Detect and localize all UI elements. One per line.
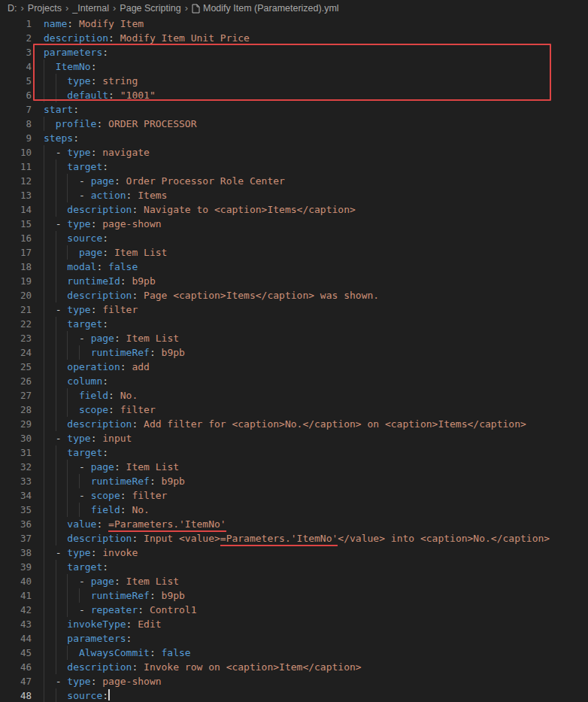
code-line[interactable]: 5type: string [0, 74, 588, 88]
code-line[interactable]: 23- page: Item List [0, 331, 588, 345]
line-number: 27 [0, 388, 32, 403]
code-line[interactable]: 48source: [0, 688, 588, 702]
code-text: description: Modify Item Unit Price [44, 31, 250, 45]
line-number: 12 [0, 174, 32, 188]
code-line[interactable]: 18modal: false [0, 260, 588, 274]
code-line[interactable]: 29description: Add filter for <caption>N… [0, 417, 588, 431]
line-number: 20 [0, 288, 32, 302]
code-line[interactable]: 1name: Modify Item [0, 17, 588, 31]
code-text: parameters: [44, 631, 132, 646]
code-line[interactable]: 33runtimeRef: b9pb [0, 474, 588, 488]
code-line[interactable]: 11target: [0, 160, 588, 174]
code-line[interactable]: 2description: Modify Item Unit Price [0, 31, 588, 45]
code-line[interactable]: 12- page: Order Processor Role Center [0, 174, 588, 188]
code-text: - type: page-shown [44, 674, 162, 688]
code-line[interactable]: 26column: [0, 374, 588, 388]
code-line[interactable]: 41runtimeRef: b9pb [0, 588, 588, 603]
line-number: 32 [0, 460, 32, 474]
line-number: 19 [0, 274, 32, 288]
code-line[interactable]: 16source: [0, 231, 588, 245]
code-line[interactable]: 38- type: invoke [0, 545, 588, 560]
code-area[interactable]: 1name: Modify Item2description: Modify I… [0, 17, 588, 702]
code-line[interactable]: 28scope: filter [0, 403, 588, 417]
code-text: runtimeRef: b9pb [44, 474, 185, 488]
line-number: 23 [0, 331, 32, 345]
code-text: profile: ORDER PROCESSOR [44, 117, 197, 131]
code-text: operation: add [44, 360, 150, 374]
code-line[interactable]: 20description: Page <caption>Items</capt… [0, 288, 588, 302]
code-line[interactable]: 34- scope: filter [0, 488, 588, 503]
line-number: 16 [0, 231, 32, 245]
code-line[interactable]: 22target: [0, 317, 588, 331]
chevron-right-icon: › [113, 2, 116, 14]
line-number: 14 [0, 202, 32, 217]
editor-window: D:›Projects›_Internal›Page Scripting› Mo… [0, 0, 588, 702]
breadcrumb-item[interactable]: D: [8, 3, 17, 14]
code-text: target: [44, 445, 108, 460]
code-text: invokeType: Edit [44, 617, 162, 631]
code-line[interactable]: 39target: [0, 560, 588, 574]
code-line[interactable]: 21- type: filter [0, 302, 588, 317]
code-line[interactable]: 10- type: navigate [0, 145, 588, 160]
code-text: AlwaysCommit: false [44, 646, 191, 660]
code-text: - type: filter [44, 302, 138, 317]
code-text: - scope: filter [44, 488, 167, 503]
breadcrumb-segments: D:›Projects›_Internal›Page Scripting› [8, 3, 192, 14]
line-number: 13 [0, 188, 32, 202]
breadcrumb-file-item[interactable]: Modify Item (Parameterized).yml [192, 3, 339, 14]
code-line[interactable]: 17page: Item List [0, 245, 588, 260]
line-number: 36 [0, 517, 32, 531]
code-text: - type: page-shown [44, 217, 162, 231]
breadcrumb-item[interactable]: Projects [28, 3, 62, 14]
code-line[interactable]: 13- action: Items [0, 188, 588, 202]
code-line[interactable]: 35field: No. [0, 503, 588, 517]
breadcrumb: D:›Projects›_Internal›Page Scripting› Mo… [0, 0, 588, 17]
line-number: 48 [0, 688, 32, 702]
code-line[interactable]: 44parameters: [0, 631, 588, 646]
code-line[interactable]: 30- type: input [0, 431, 588, 445]
code-text: description: Invoke row on <caption>Item… [44, 660, 362, 674]
code-line[interactable]: 15- type: page-shown [0, 217, 588, 231]
code-line[interactable]: 4ItemNo: [0, 59, 588, 74]
code-text: - action: Items [44, 188, 167, 202]
code-line[interactable]: 42- repeater: Control1 [0, 603, 588, 617]
code-line[interactable]: 45AlwaysCommit: false [0, 646, 588, 660]
code-text: source: [44, 688, 110, 702]
text-cursor [108, 689, 110, 700]
line-number: 4 [0, 59, 32, 74]
code-line[interactable]: 8profile: ORDER PROCESSOR [0, 117, 588, 131]
code-line[interactable]: 31target: [0, 445, 588, 460]
line-number: 35 [0, 503, 32, 517]
code-line[interactable]: 14description: Navigate to <caption>Item… [0, 202, 588, 217]
code-line[interactable]: 19runtimeId: b9pb [0, 274, 588, 288]
breadcrumb-item[interactable]: _Internal [72, 3, 109, 14]
code-line[interactable]: 7start: [0, 102, 588, 117]
code-line[interactable]: 3parameters: [0, 45, 588, 59]
code-line[interactable]: 43invokeType: Edit [0, 617, 588, 631]
line-number: 33 [0, 474, 32, 488]
line-number: 9 [0, 131, 32, 145]
line-number: 11 [0, 160, 32, 174]
code-text: name: Modify Item [44, 17, 144, 31]
code-text: runtimeRef: b9pb [44, 345, 185, 360]
line-number: 17 [0, 245, 32, 260]
line-number: 47 [0, 674, 32, 688]
line-number: 37 [0, 531, 32, 545]
code-line[interactable]: 36value: =Parameters.'ItemNo' [0, 517, 588, 531]
code-line[interactable]: 6default: "1001" [0, 88, 588, 102]
chevron-right-icon: › [185, 2, 188, 14]
code-text: description: Page <caption>Items</captio… [44, 288, 379, 302]
code-line[interactable]: 37description: Input <value>=Parameters.… [0, 531, 588, 545]
code-line[interactable]: 46description: Invoke row on <caption>It… [0, 660, 588, 674]
breadcrumb-item[interactable]: Page Scripting [120, 3, 180, 14]
code-line[interactable]: 47- type: page-shown [0, 674, 588, 688]
code-line[interactable]: 40- page: Item List [0, 574, 588, 588]
code-line[interactable]: 24runtimeRef: b9pb [0, 345, 588, 360]
code-line[interactable]: 27field: No. [0, 388, 588, 403]
code-line[interactable]: 25operation: add [0, 360, 588, 374]
code-text: type: string [44, 74, 138, 88]
code-line[interactable]: 9steps: [0, 131, 588, 145]
code-line[interactable]: 32- page: Item List [0, 460, 588, 474]
code-text: page: Item List [44, 245, 167, 260]
line-number: 15 [0, 217, 32, 231]
